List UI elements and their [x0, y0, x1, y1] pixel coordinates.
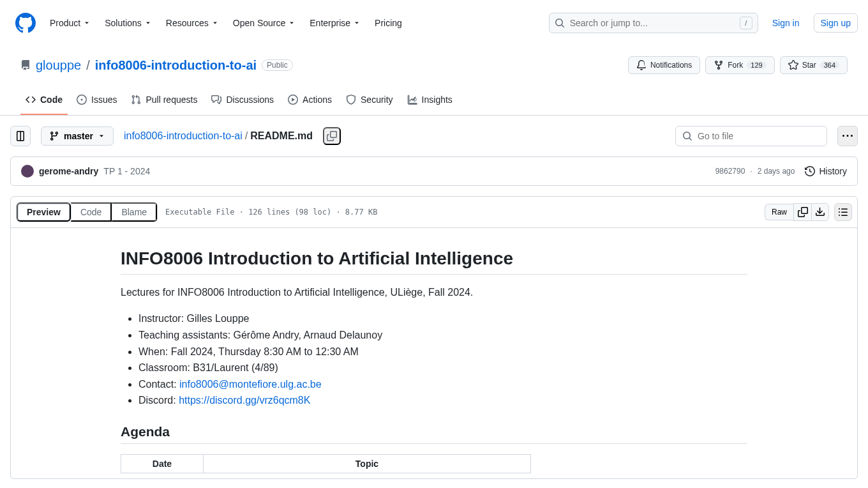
commit-message[interactable]: TP 1 - 2024 [103, 166, 150, 176]
seg-blame[interactable]: Blame [112, 202, 157, 222]
global-header: Product Solutions Resources Open Source … [0, 0, 868, 46]
commit-bar: gerome-andry TP 1 - 2024 9862790 · 2 day… [10, 156, 858, 186]
nav-solutions[interactable]: Solutions [100, 14, 157, 32]
readme-li-contact: Contact: info8006@montefiore.ulg.ac.be [138, 376, 747, 393]
star-label: Star [802, 61, 816, 70]
star-count: 364 [820, 61, 839, 69]
readme-li-tas: Teaching assistants: Gérôme Andry, Arnau… [138, 327, 747, 344]
history-link[interactable]: History [805, 166, 847, 176]
download-icon [815, 207, 825, 217]
repo-slash: / [86, 58, 90, 73]
nav-enterprise[interactable]: Enterprise [304, 14, 366, 32]
view-mode-segment: Preview Code Blame [16, 202, 158, 222]
primary-nav: Product Solutions Resources Open Source … [45, 14, 407, 32]
breadcrumb: info8006-introduction-to-ai / README.md [124, 130, 313, 142]
contact-email-link[interactable]: info8006@montefiore.ulg.ac.be [179, 379, 322, 390]
pr-icon [131, 95, 141, 105]
seg-preview[interactable]: Preview [17, 202, 71, 222]
nav-product[interactable]: Product [45, 14, 96, 32]
avatar[interactable] [21, 165, 34, 178]
file-box: Preview Code Blame Executable File · 126… [10, 196, 858, 479]
star-icon [788, 60, 798, 70]
readme-body: INFO8006 Introduction to Artificial Inte… [11, 228, 857, 478]
code-icon [26, 95, 36, 105]
nav-open-source[interactable]: Open Source [228, 14, 301, 32]
raw-button[interactable]: Raw [765, 204, 793, 220]
go-to-file-input[interactable] [675, 126, 827, 146]
github-logo[interactable] [15, 13, 36, 33]
search-icon [682, 131, 692, 141]
seg-code[interactable]: Code [71, 202, 112, 222]
sign-up-button[interactable]: Sign up [814, 13, 858, 33]
search-icon [555, 18, 565, 28]
repo-name-link[interactable]: info8006-introduction-to-ai [95, 58, 257, 73]
side-panel-toggle[interactable] [10, 126, 31, 146]
readme-h2-agenda: Agenda [121, 424, 747, 444]
outline-button[interactable] [834, 203, 852, 221]
tab-actions[interactable]: Actions [283, 89, 337, 115]
readme-li-when: When: Fall 2024, Thursday 8:30 AM to 12:… [138, 344, 747, 360]
tab-security[interactable]: Security [341, 89, 398, 115]
agenda-th-date: Date [121, 455, 204, 473]
fork-label: Fork [728, 61, 743, 70]
kebab-icon [842, 131, 853, 141]
branch-name: master [64, 131, 93, 141]
commit-date: 2 days ago [758, 167, 795, 176]
discord-link[interactable]: https://discord.gg/vrz6qcm8K [179, 395, 310, 406]
search-input[interactable]: / [549, 13, 758, 33]
issues-icon [77, 95, 87, 105]
history-icon [805, 166, 815, 176]
tab-issues[interactable]: Issues [71, 89, 122, 115]
file-box-header: Preview Code Blame Executable File · 126… [11, 197, 857, 228]
branch-icon [49, 131, 59, 141]
list-icon [838, 207, 848, 217]
download-button[interactable] [811, 203, 829, 221]
visibility-badge: Public [262, 59, 293, 71]
notifications-button[interactable]: Notifications [628, 56, 700, 74]
agenda-table: Date Topic [121, 454, 531, 473]
readme-h1: INFO8006 Introduction to Artificial Inte… [121, 248, 747, 275]
repo-nav: Code Issues Pull requests Discussions Ac… [0, 84, 868, 116]
copy-icon [327, 131, 337, 141]
repo-owner-link[interactable]: glouppe [36, 58, 81, 73]
readme-li-discord: Discord: https://discord.gg/vrz6qcm8K [138, 392, 747, 409]
tab-insights[interactable]: Insights [402, 89, 458, 115]
nav-pricing[interactable]: Pricing [370, 14, 407, 32]
more-options-button[interactable] [837, 126, 858, 146]
fork-icon [714, 60, 724, 70]
sign-in-link[interactable]: Sign in [767, 14, 805, 32]
sidebar-icon [15, 131, 26, 141]
chevron-down-icon [98, 132, 105, 140]
tab-discussions[interactable]: Discussions [206, 89, 279, 115]
copy-path-button[interactable] [323, 127, 341, 145]
commit-sep: · [750, 167, 752, 176]
copy-icon [798, 207, 808, 217]
tab-code[interactable]: Code [20, 89, 68, 115]
notifications-label: Notifications [650, 61, 692, 70]
nav-resources[interactable]: Resources [161, 14, 224, 32]
repo-icon [20, 60, 31, 70]
security-icon [346, 95, 356, 105]
readme-li-instructor: Instructor: Gilles Louppe [138, 310, 747, 327]
commit-sha[interactable]: 9862790 [715, 167, 745, 176]
commit-author-link[interactable]: gerome-andry [39, 166, 98, 176]
agenda-th-topic: Topic [204, 455, 531, 473]
breadcrumb-file: README.md [250, 130, 313, 142]
fork-button[interactable]: Fork 129 [705, 56, 774, 74]
file-toolbar: master info8006-introduction-to-ai / REA… [10, 126, 858, 156]
go-to-file-field[interactable] [698, 131, 820, 141]
readme-intro: Lectures for INFO8006 Introduction to Ar… [121, 285, 747, 300]
fork-count: 129 [747, 61, 766, 69]
branch-select-button[interactable]: master [41, 126, 114, 146]
actions-icon [288, 95, 298, 105]
discussions-icon [211, 95, 221, 105]
insights-icon [407, 95, 417, 105]
tab-pull-requests[interactable]: Pull requests [126, 89, 202, 115]
star-button[interactable]: Star 364 [780, 56, 848, 74]
readme-li-classroom: Classroom: B31/Laurent (4/89) [138, 360, 747, 376]
copy-raw-button[interactable] [793, 203, 811, 221]
breadcrumb-root[interactable]: info8006-introduction-to-ai [124, 130, 243, 142]
file-meta: Executable File · 126 lines (98 loc) · 8… [165, 208, 377, 217]
search-field[interactable] [570, 18, 735, 28]
repo-header: glouppe / info8006-introduction-to-ai Pu… [0, 46, 868, 74]
